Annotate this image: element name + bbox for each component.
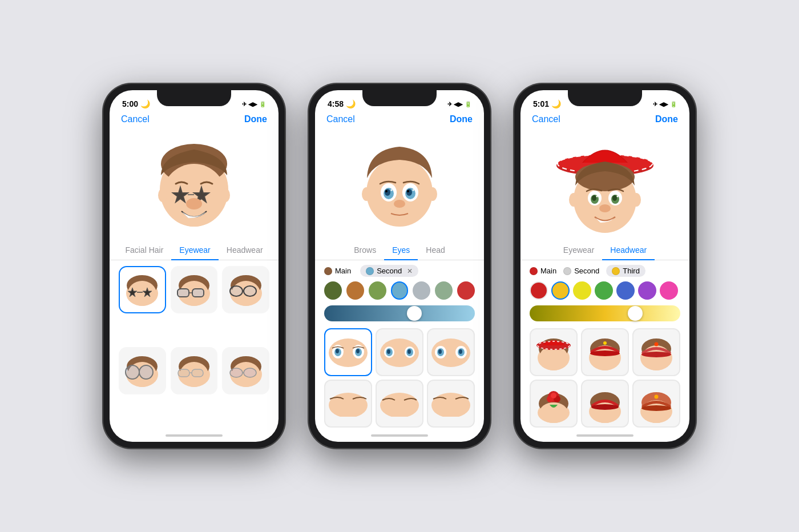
hat-item-3[interactable]: [632, 328, 680, 376]
cat-tabs-3: Eyewear Headwear: [520, 241, 689, 260]
eye-style-6[interactable]: [427, 380, 475, 428]
second-color-dot-2: [366, 267, 374, 275]
swatch-7-3[interactable]: [660, 281, 678, 300]
main-scene: 5:00 🌙 ✈ ◀▶ 🔋 Cancel Done: [0, 0, 799, 532]
swatch-4-2[interactable]: [391, 281, 409, 300]
headwear-color-slider-3[interactable]: [530, 305, 680, 321]
svg-point-42: [230, 368, 243, 377]
cancel-button-2[interactable]: Cancel: [326, 114, 355, 124]
swatch-6-2[interactable]: [435, 281, 453, 300]
eyewear-item-1[interactable]: [119, 266, 166, 313]
tab-headwear-3[interactable]: Headwear: [602, 241, 655, 260]
tab-eyewear-3[interactable]: Eyewear: [555, 241, 602, 260]
slider-thumb-2[interactable]: [407, 306, 422, 321]
eyewear-item-2[interactable]: [171, 266, 218, 313]
eye-color-slider-2[interactable]: [324, 305, 475, 321]
phone-3-screen: 5:01 🌙 ✈ ◀▶ 🔋 Cancel Done: [520, 90, 689, 442]
svg-point-74: [407, 349, 411, 354]
eye-style-5[interactable]: [376, 380, 423, 428]
svg-point-60: [394, 200, 405, 208]
phone-3: 5:01 🌙 ✈ ◀▶ 🔋 Cancel Done: [514, 83, 696, 449]
svg-point-55: [406, 189, 412, 196]
swatch-5-2[interactable]: [413, 281, 430, 300]
cancel-button-3[interactable]: Cancel: [532, 114, 560, 124]
swatch-7-2[interactable]: [457, 281, 475, 300]
svg-point-54: [385, 189, 390, 196]
tab-facial-hair-1[interactable]: Facial Hair: [117, 241, 171, 260]
eye-style-3[interactable]: [427, 328, 475, 376]
eye-style-2[interactable]: [376, 328, 423, 376]
svg-point-58: [390, 190, 392, 191]
eyewear-grid: [110, 260, 279, 429]
color-label-second-3[interactable]: Second: [563, 267, 599, 275]
eyewear-item-5[interactable]: [171, 347, 218, 394]
slider-thumb-3[interactable]: [628, 306, 643, 321]
hat-item-6[interactable]: [632, 380, 680, 428]
color-label-main-2[interactable]: Main: [324, 267, 351, 275]
tab-eyewear-1[interactable]: Eyewear: [171, 241, 218, 260]
svg-point-99: [617, 195, 619, 197]
hat-item-5[interactable]: [581, 380, 629, 428]
swatch-5-3[interactable]: [616, 281, 635, 300]
svg-point-97: [612, 195, 617, 201]
color-label-third-3[interactable]: Third: [606, 265, 645, 277]
swatch-1-3[interactable]: [530, 281, 548, 300]
svg-point-7: [158, 188, 167, 202]
svg-point-131: [655, 395, 659, 399]
cancel-button-1[interactable]: Cancel: [121, 114, 150, 124]
second-label-3: Second: [574, 267, 599, 275]
headwear-grid-3: [520, 325, 689, 429]
svg-point-126: [591, 404, 619, 410]
second-active-chip-2[interactable]: Second ✕: [360, 265, 418, 277]
swatch-3-3[interactable]: [573, 281, 591, 300]
svg-point-96: [592, 195, 596, 201]
home-bar-3: [576, 434, 633, 437]
second-color-dot-3: [563, 267, 571, 275]
svg-point-91: [632, 193, 641, 207]
svg-point-66: [336, 349, 339, 353]
third-color-dot-3: [612, 267, 620, 275]
done-button-3[interactable]: Done: [655, 114, 678, 124]
eye-style-1[interactable]: [324, 328, 372, 376]
eyewear-item-6[interactable]: [222, 347, 269, 394]
svg-point-24: [230, 286, 243, 296]
swatch-4-3[interactable]: [595, 281, 613, 300]
tab-eyes-2[interactable]: Eyes: [384, 241, 418, 260]
done-button-1[interactable]: Done: [244, 114, 267, 124]
swatch-6-3[interactable]: [638, 281, 656, 300]
home-indicator-2: [315, 429, 484, 442]
hat-item-1[interactable]: [530, 328, 578, 376]
third-label-3: Third: [623, 267, 640, 275]
swatch-2-3[interactable]: [551, 281, 570, 300]
tab-brows-2[interactable]: Brows: [346, 241, 384, 260]
eyewear-item-3[interactable]: [222, 266, 269, 313]
svg-point-59: [412, 190, 414, 191]
time-3: 5:01 🌙: [533, 99, 561, 108]
notch-1: [157, 90, 231, 106]
svg-point-67: [356, 349, 360, 353]
done-button-2[interactable]: Done: [450, 114, 473, 124]
svg-point-82: [329, 393, 368, 417]
nav-bar-1: Cancel Done: [110, 112, 279, 127]
main-label-2: Main: [335, 267, 351, 275]
svg-point-109: [590, 350, 620, 356]
svg-point-57: [407, 190, 409, 192]
tab-headwear-1[interactable]: Headwear: [219, 241, 271, 260]
color-label-main-3[interactable]: Main: [530, 267, 556, 275]
hat-item-4[interactable]: [530, 380, 578, 428]
main-label-3: Main: [540, 267, 556, 275]
swatch-1-2[interactable]: [324, 281, 342, 300]
memoji-preview-3: [520, 127, 689, 241]
eyewear-item-4[interactable]: [119, 347, 166, 394]
close-chip-2[interactable]: ✕: [407, 267, 413, 275]
eye-style-4[interactable]: [324, 380, 372, 428]
home-indicator-3: [520, 429, 689, 442]
swatch-2-2[interactable]: [346, 281, 364, 300]
tab-head-2[interactable]: Head: [418, 241, 453, 260]
memoji-preview-1: [110, 127, 279, 241]
svg-point-73: [387, 349, 390, 354]
svg-point-100: [599, 204, 611, 212]
hat-item-2[interactable]: [581, 328, 629, 376]
time-1: 5:00 🌙: [122, 99, 150, 108]
swatch-3-2[interactable]: [369, 281, 386, 300]
